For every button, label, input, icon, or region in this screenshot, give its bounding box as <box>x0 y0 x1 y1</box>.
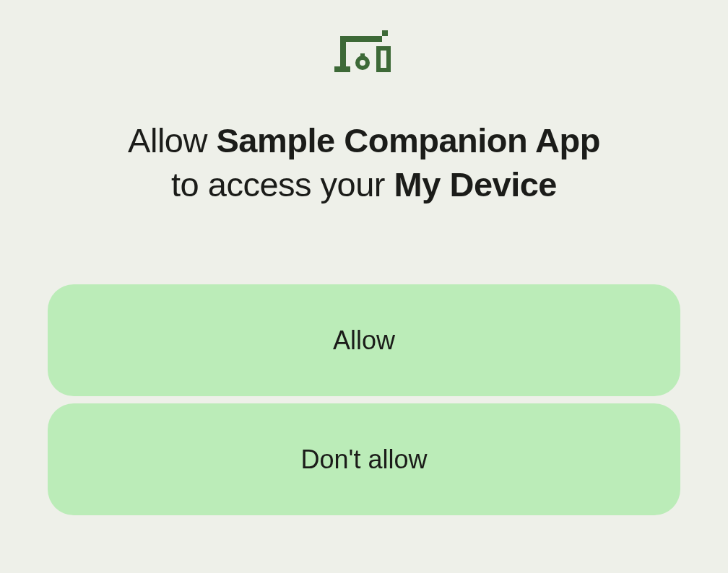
dont-allow-button[interactable]: Don't allow <box>48 403 680 515</box>
permission-title: Allow Sample Companion App to access you… <box>128 118 600 206</box>
title-text-mid: to access your <box>171 165 394 204</box>
dont-allow-button-label: Don't allow <box>301 445 428 475</box>
devices-icon <box>334 30 394 75</box>
allow-button-label: Allow <box>333 325 395 356</box>
allow-button[interactable]: Allow <box>48 284 680 396</box>
title-text-pre: Allow <box>128 121 216 159</box>
svg-rect-1 <box>360 53 365 58</box>
device-name: My Device <box>394 165 557 204</box>
app-name: Sample Companion App <box>216 121 599 159</box>
button-group: Allow Don't allow <box>48 284 680 515</box>
svg-point-0 <box>358 58 368 68</box>
